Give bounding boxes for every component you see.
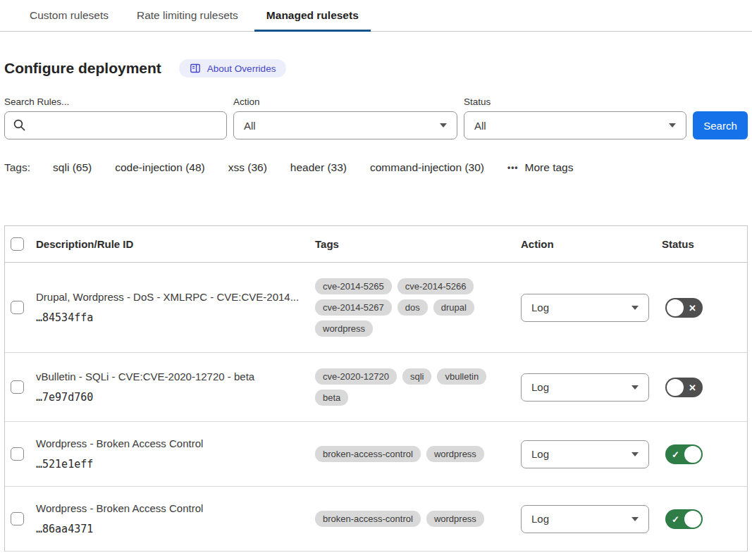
tags-bar-label: Tags: — [4, 161, 30, 174]
select-all-checkbox[interactable] — [11, 237, 24, 251]
toggle-knob — [684, 511, 701, 528]
rule-description[interactable]: Wordpress - Broken Access Control — [36, 502, 302, 514]
rule-tag-pill: broken-access-control — [315, 446, 421, 462]
rule-description[interactable]: Wordpress - Broken Access Control — [36, 437, 302, 449]
action-select-value: Log — [531, 513, 549, 525]
toggle-knob — [684, 446, 701, 463]
heading-row: Configure deployment About Overrides — [4, 59, 748, 77]
row-checkbox[interactable] — [11, 301, 24, 314]
tags-bar: Tags: sqli (65)code-injection (48)xss (3… — [4, 161, 748, 174]
tab-bar: Custom rulesetsRate limiting rulesetsMan… — [0, 0, 752, 32]
about-overrides-label: About Overrides — [207, 63, 276, 74]
rule-tag-pill: wordpress — [315, 321, 373, 337]
status-toggle[interactable]: ✕ — [665, 298, 703, 318]
table-row: Wordpress - Broken Access Control …521e1… — [5, 422, 747, 487]
status-toggle[interactable]: ✓ — [665, 444, 703, 464]
row-checkbox[interactable] — [11, 380, 24, 394]
action-select-value: Log — [531, 381, 549, 393]
action-filter-label: Action — [233, 97, 457, 107]
rules-table: Description/Rule ID Tags Action Status D… — [4, 225, 748, 552]
tab-custom-rulesets[interactable]: Custom rulesets — [18, 0, 121, 31]
search-rules-input[interactable] — [4, 111, 227, 139]
rule-tag-pill: broken-access-control — [315, 511, 421, 527]
chevron-down-icon — [669, 123, 676, 127]
status-toggle[interactable]: ✓ — [665, 509, 703, 529]
rule-id: …7e97d760 — [36, 391, 302, 404]
rule-id: …86aa4371 — [36, 523, 302, 535]
rule-tag-pill: cve-2014-5266 — [397, 278, 474, 294]
tag-filter-command-injection[interactable]: command-injection (30) — [370, 161, 484, 174]
action-filter-value: All — [244, 120, 256, 132]
filter-bar: Search Rules... Action All Status All — [4, 97, 748, 139]
tag-filter-code-injection[interactable]: code-injection (48) — [115, 161, 205, 174]
chevron-down-icon — [631, 517, 639, 521]
check-icon: ✓ — [672, 514, 679, 523]
more-tags-button[interactable]: ••• More tags — [507, 161, 574, 174]
rule-description[interactable]: vBulletin - SQLi - CVE:CVE-2020-12720 - … — [36, 371, 302, 382]
toggle-knob — [667, 299, 684, 316]
page-title: Configure deployment — [4, 60, 161, 77]
table-body: Drupal, Wordpress - DoS - XMLRPC - CVE:C… — [5, 263, 747, 552]
rule-tags: cve-2020-12720sqlivbulletinbeta — [315, 368, 521, 406]
status-filter-select[interactable]: All — [464, 111, 686, 139]
column-header-action: Action — [521, 238, 662, 250]
status-toggle[interactable]: ✕ — [665, 378, 703, 397]
action-select[interactable]: Log — [521, 373, 649, 402]
ellipsis-icon: ••• — [507, 163, 519, 172]
book-icon — [190, 63, 201, 74]
action-filter-select[interactable]: All — [233, 111, 457, 139]
row-checkbox[interactable] — [11, 447, 24, 461]
chevron-down-icon — [631, 306, 639, 310]
rule-tag-pill: sqli — [402, 368, 432, 385]
action-select-value: Log — [531, 301, 549, 313]
more-tags-label: More tags — [525, 161, 574, 174]
rule-tag-pill: beta — [315, 390, 348, 406]
rule-tag-pill: wordpress — [426, 446, 484, 462]
table-row: Wordpress - Broken Access Control …86aa4… — [5, 487, 747, 552]
rule-tag-pill: cve-2020-12720 — [315, 368, 397, 385]
action-select[interactable]: Log — [521, 440, 649, 468]
action-select-value: Log — [531, 448, 549, 460]
action-select[interactable]: Log — [521, 505, 649, 533]
tab-rate-limiting-rulesets[interactable]: Rate limiting rulesets — [125, 0, 250, 31]
table-row: vBulletin - SQLi - CVE:CVE-2020-12720 - … — [5, 353, 747, 422]
table-row: Drupal, Wordpress - DoS - XMLRPC - CVE:C… — [5, 263, 747, 353]
toggle-knob — [667, 379, 684, 396]
chevron-down-icon — [631, 452, 639, 456]
search-rules-label: Search Rules... — [4, 97, 227, 107]
chevron-down-icon — [440, 123, 447, 127]
rule-tag-pill: wordpress — [426, 511, 484, 527]
rule-id: …521e1eff — [36, 458, 302, 471]
rule-tags: broken-access-controlwordpress — [315, 511, 521, 527]
tab-managed-rulesets[interactable]: Managed rulesets — [254, 0, 371, 31]
row-checkbox[interactable] — [11, 512, 24, 525]
about-overrides-badge[interactable]: About Overrides — [179, 59, 287, 77]
rule-tag-pill: drupal — [433, 299, 474, 316]
status-filter-value: All — [474, 120, 486, 132]
action-select[interactable]: Log — [521, 294, 649, 322]
rule-tag-pill: dos — [397, 299, 428, 316]
rule-tags: broken-access-controlwordpress — [315, 446, 521, 462]
cross-icon: ✕ — [689, 303, 696, 312]
tag-filter-sqli[interactable]: sqli (65) — [53, 161, 92, 174]
tag-filter-header[interactable]: header (33) — [290, 161, 347, 174]
tag-filter-xss[interactable]: xss (36) — [228, 161, 267, 174]
table-header: Description/Rule ID Tags Action Status — [5, 226, 747, 263]
search-button[interactable]: Search — [693, 111, 748, 139]
column-header-tags: Tags — [315, 238, 521, 250]
chevron-down-icon — [631, 385, 639, 390]
column-header-description: Description/Rule ID — [36, 238, 315, 250]
tag-filter-list: sqli (65)code-injection (48)xss (36)head… — [53, 161, 484, 174]
status-filter-label: Status — [464, 97, 686, 107]
rule-tags: cve-2014-5265cve-2014-5266cve-2014-5267d… — [315, 278, 521, 337]
search-icon — [13, 118, 26, 132]
cross-icon: ✕ — [689, 382, 696, 392]
column-header-status: Status — [662, 238, 747, 250]
rule-tag-pill: vbulletin — [437, 368, 486, 385]
rule-tag-pill: cve-2014-5265 — [315, 278, 392, 294]
rule-description[interactable]: Drupal, Wordpress - DoS - XMLRPC - CVE:C… — [36, 291, 302, 303]
check-icon: ✓ — [672, 449, 679, 459]
rule-id: …84534ffa — [36, 311, 302, 324]
rule-tag-pill: cve-2014-5267 — [315, 299, 392, 316]
